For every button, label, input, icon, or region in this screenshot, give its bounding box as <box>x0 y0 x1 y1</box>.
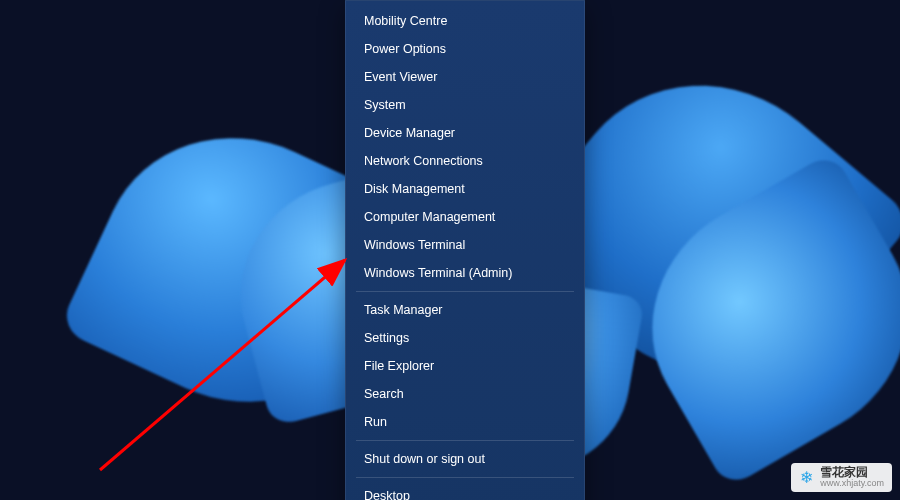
menu-item-power-options[interactable]: Power Options <box>346 35 584 63</box>
menu-item-event-viewer[interactable]: Event Viewer <box>346 63 584 91</box>
snowflake-icon: ❄ <box>797 468 815 486</box>
menu-separator <box>356 440 574 441</box>
winx-power-user-menu: Mobility Centre Power Options Event View… <box>345 0 585 500</box>
watermark-url: www.xhjaty.com <box>820 479 884 489</box>
menu-item-run[interactable]: Run <box>346 408 584 436</box>
watermark-text: 雪花家园 www.xhjaty.com <box>820 466 884 489</box>
menu-item-network-connections[interactable]: Network Connections <box>346 147 584 175</box>
menu-item-settings[interactable]: Settings <box>346 324 584 352</box>
menu-item-computer-management[interactable]: Computer Management <box>346 203 584 231</box>
menu-item-device-manager[interactable]: Device Manager <box>346 119 584 147</box>
menu-item-file-explorer[interactable]: File Explorer <box>346 352 584 380</box>
menu-item-desktop[interactable]: Desktop <box>346 482 584 500</box>
watermark-badge: ❄ 雪花家园 www.xhjaty.com <box>791 463 892 492</box>
menu-item-shut-down[interactable]: Shut down or sign out <box>346 445 584 473</box>
menu-item-windows-terminal-admin[interactable]: Windows Terminal (Admin) <box>346 259 584 287</box>
menu-item-mobility-centre[interactable]: Mobility Centre <box>346 7 584 35</box>
menu-item-system[interactable]: System <box>346 91 584 119</box>
menu-separator <box>356 477 574 478</box>
menu-item-task-manager[interactable]: Task Manager <box>346 296 584 324</box>
menu-item-disk-management[interactable]: Disk Management <box>346 175 584 203</box>
menu-separator <box>356 291 574 292</box>
menu-item-search[interactable]: Search <box>346 380 584 408</box>
menu-item-windows-terminal[interactable]: Windows Terminal <box>346 231 584 259</box>
